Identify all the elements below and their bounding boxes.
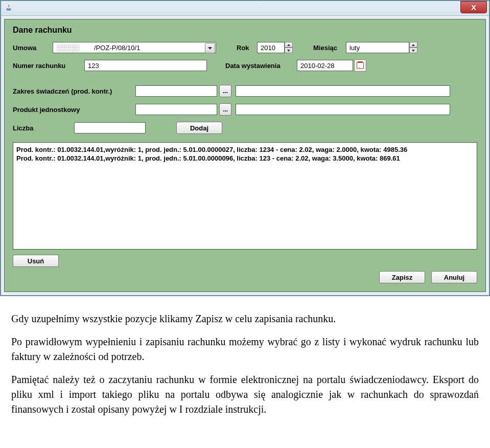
chevron-up-icon — [412, 44, 415, 46]
miesiac-value: luty — [346, 42, 409, 53]
usun-button[interactable]: Usuń — [13, 255, 59, 267]
umowa-value: /POZ-P/08/10/1 — [94, 44, 140, 52]
produkt-label: Produkt jednostkowy — [13, 106, 135, 114]
liczba-input[interactable] — [74, 122, 146, 133]
row-contract: Umowa ░░░░░ /POZ-P/08/10/1 Rok 2010 Mies… — [13, 42, 477, 53]
miesiac-down-button[interactable] — [409, 48, 417, 53]
data-label: Data wystawienia — [225, 62, 297, 70]
dodaj-button[interactable]: Dodaj — [176, 122, 222, 134]
miesiac-up-button[interactable] — [409, 42, 417, 48]
chevron-down-icon — [412, 50, 415, 52]
rok-up-button[interactable] — [285, 42, 293, 48]
row-number-date: Numer rachunku 123 Data wystawienia 2010… — [13, 59, 477, 72]
items-listbox[interactable]: Prod. kontr.: 01.0032.144.01,wyróżnik: 1… — [13, 142, 477, 250]
zakres-lookup-button[interactable]: ... — [219, 85, 231, 97]
numer-label: Numer rachunku — [13, 62, 84, 70]
umowa-dropdown-button[interactable] — [205, 43, 215, 53]
produkt-lookup-button[interactable]: ... — [219, 103, 231, 116]
liczba-label: Liczba — [13, 124, 74, 132]
numer-input[interactable]: 123 — [84, 60, 207, 71]
panel-title: Dane rachunku — [13, 19, 477, 42]
row-liczba: Liczba Dodaj — [13, 122, 477, 134]
chevron-up-icon — [287, 44, 290, 46]
row-usun: Usuń — [13, 255, 477, 267]
paragraph-3: Pamiętać należy też o zaczytaniu rachunk… — [11, 372, 479, 417]
rok-down-button[interactable] — [285, 48, 293, 53]
zakres-desc-input[interactable] — [236, 85, 450, 97]
chevron-down-icon — [208, 47, 212, 50]
svg-point-0 — [7, 9, 11, 10]
close-button[interactable]: X — [460, 1, 487, 13]
calendar-button[interactable] — [354, 59, 366, 72]
rok-label: Rok — [237, 44, 257, 52]
rok-value: 2010 — [257, 42, 285, 53]
zakres-code-input[interactable] — [135, 85, 217, 97]
account-panel: Dane rachunku Umowa ░░░░░ /POZ-P/08/10/1… — [4, 19, 486, 292]
anuluj-button[interactable]: Anuluj — [431, 271, 477, 283]
list-item[interactable]: Prod. kontr.: 01.0032.144.01,wyróżnik: 1… — [16, 146, 474, 153]
document-text: Gdy uzupełnimy wszystkie pozycje klikamy… — [0, 296, 490, 430]
titlebar: X — [1, 1, 489, 16]
zapisz-button[interactable]: Zapisz — [379, 271, 425, 283]
miesiac-spinner[interactable]: luty — [346, 42, 417, 53]
list-item[interactable]: Prod. kontr.: 01.0032.144.01,wyróżnik: 1… — [16, 154, 474, 162]
dialog-window: X Dane rachunku Umowa ░░░░░ /POZ-P/08/10… — [0, 0, 490, 296]
paragraph-2: Po prawidłowym wypełnieniu i zapisaniu r… — [11, 334, 479, 364]
paragraph-1: Gdy uzupełnimy wszystkie pozycje klikamy… — [11, 311, 479, 326]
zakres-label: Zakres świadczeń (prod. kontr.) — [13, 87, 135, 95]
umowa-label: Umowa — [13, 44, 53, 52]
rok-spinner[interactable]: 2010 — [257, 42, 293, 53]
chevron-down-icon — [287, 50, 290, 52]
data-input[interactable]: 2010-02-28 — [297, 60, 353, 71]
calendar-icon — [357, 62, 364, 69]
row-zakres: Zakres świadczeń (prod. kontr.) ... — [13, 85, 477, 97]
produkt-code-input[interactable] — [135, 104, 217, 115]
produkt-desc-input[interactable] — [236, 104, 450, 115]
row-actions: Zapisz Anuluj — [13, 271, 477, 283]
row-produkt: Produkt jednostkowy ... — [13, 103, 477, 116]
umowa-combo[interactable]: ░░░░░ /POZ-P/08/10/1 — [53, 42, 216, 53]
miesiac-label: Miesiąc — [313, 44, 346, 52]
java-icon — [4, 3, 13, 12]
